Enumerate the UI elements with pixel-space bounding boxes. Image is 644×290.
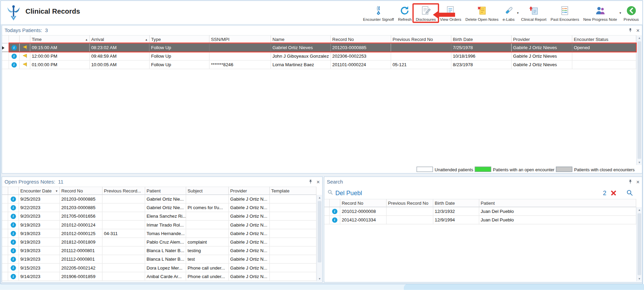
column-header-name[interactable]: Name (271, 35, 330, 43)
toolbar-button-e-labs[interactable]: e-Labs (501, 4, 517, 23)
info-icon[interactable]: i (11, 214, 16, 219)
column-header-previous-record[interactable]: Previous Record... (102, 187, 145, 195)
column-header-encounter-status[interactable]: Encounter Status (572, 35, 636, 43)
scrollbar-thumb[interactable] (638, 41, 641, 159)
column-header-ssn-mpi[interactable]: SSN/MPI (209, 35, 271, 43)
info-icon[interactable]: i (11, 248, 16, 253)
column-header-patient[interactable]: Patient (145, 187, 186, 195)
table-row[interactable]: i201012-000000812/3/1932Juan Del Pueblo (324, 207, 636, 216)
column-header-birth-date[interactable]: Birth Date (451, 35, 511, 43)
cell: Gabirle J Ortiz Nieves (511, 60, 572, 69)
column-header-provider[interactable]: Provider (228, 187, 269, 195)
toolbar-button-clinical-report[interactable]: Clinical Report (519, 4, 548, 23)
column-header-record-no[interactable]: Record No (59, 187, 102, 195)
scroll-up-icon[interactable]: ▲ (637, 35, 642, 41)
toolbar-button-refresh[interactable]: Refresh (396, 4, 414, 23)
pin-icon[interactable] (628, 178, 632, 186)
table-row[interactable]: i9/19/2023201012-0000124Irimar Tirado Ro… (2, 220, 316, 229)
cell: 202306-0002253 (330, 52, 390, 60)
scroll-up-icon[interactable]: ▲ (317, 195, 323, 200)
column-header-birth-date[interactable]: Birth Date (433, 199, 479, 207)
column-header-arrival[interactable]: Arrival▲ (90, 35, 149, 43)
pin-icon[interactable] (628, 27, 632, 34)
table-row[interactable]: i01:00:00 PM10:00:05 AMFollow Up*******8… (2, 60, 636, 69)
info-icon[interactable]: i (11, 222, 16, 228)
info-icon[interactable]: i (332, 217, 337, 223)
table-row[interactable]: i09:15:00 AM08:23:02 AMFollow UpGabriel … (2, 43, 636, 52)
table-row[interactable]: i9/22/2023201203-0000885Gabriel Ortiz Ni… (2, 203, 316, 212)
scroll-down-icon[interactable]: ▼ (637, 160, 642, 165)
table-row[interactable]: i9/19/2023201112-0000801Blanca L Nater B… (2, 246, 316, 255)
column-header-record-no[interactable]: Record No (340, 199, 386, 207)
info-icon[interactable]: i (332, 209, 337, 214)
scrollbar-thumb[interactable] (638, 213, 641, 275)
column-header-time[interactable]: Time▲ (30, 35, 90, 43)
close-icon[interactable]: × (316, 179, 320, 184)
table-row[interactable]: i9/19/2023201012-000012504-311Tomas Hern… (2, 229, 316, 237)
table-row[interactable]: i9/19/2023201112-0000801Blanca L Nater B… (2, 255, 316, 263)
cell: 04-311 (102, 229, 145, 237)
column-header-subject[interactable]: Subject (186, 187, 229, 195)
scroll-up-icon[interactable]: ▲ (637, 207, 642, 213)
cell (269, 246, 316, 255)
toolbar: Encounter SignoffRefreshDisclosuresView … (361, 2, 643, 23)
search-input[interactable]: Del Puebl (335, 189, 362, 196)
dropdown-caret-icon[interactable]: ▾ (619, 11, 621, 15)
cell (391, 43, 451, 52)
info-icon[interactable]: i (11, 265, 16, 271)
toolbar-button-label: Encounter Signoff (363, 17, 394, 21)
cell: 201906-0001859 (59, 272, 102, 280)
info-icon[interactable]: i (11, 54, 17, 59)
column-header-provider[interactable]: Provider (511, 35, 572, 43)
close-icon[interactable]: × (636, 28, 640, 33)
table-row[interactable]: i9/14/2023201906-0001859Anibal Carde Ar.… (2, 272, 316, 280)
column-header-encounter-date[interactable]: Encounter Date▼ (18, 187, 59, 195)
info-icon[interactable]: i (11, 205, 16, 211)
cell: 08:23:02 AM (90, 43, 149, 52)
toolbar-button-disclosures[interactable]: Disclosures (414, 4, 438, 23)
toolbar-button-previous[interactable]: Previous (621, 4, 641, 23)
cell (269, 203, 316, 212)
column-header-type[interactable]: Type (149, 35, 209, 43)
column-header-previous-record-no[interactable]: Previous Record No (386, 199, 433, 207)
column-header-template[interactable]: Template (269, 187, 316, 195)
run-search-icon[interactable] (627, 190, 633, 196)
cell: Blanca L Nater B... (145, 246, 186, 255)
info-icon[interactable]: i (11, 274, 16, 279)
vertical-scrollbar[interactable]: ▲ ▼ (636, 207, 642, 281)
table-row[interactable]: i12:00:00 PM09:48:59 AMFollow UpJohn J G… (2, 52, 636, 60)
clear-search-icon[interactable] (611, 190, 616, 195)
vertical-scrollbar[interactable]: ▲ ▼ (316, 195, 322, 281)
dropdown-caret-icon[interactable]: ▾ (517, 11, 519, 15)
info-icon[interactable]: i (11, 62, 17, 68)
table-row[interactable]: i9/20/2023201705-0001656Elena Sanchez Ri… (2, 212, 316, 220)
cell: 9/19/2023 (18, 246, 59, 255)
vertical-scrollbar[interactable]: ▲ ▼ (636, 35, 642, 165)
info-icon[interactable]: i (11, 197, 16, 202)
column-header-record-no[interactable]: Record No (330, 35, 390, 43)
toolbar-button-past-encounters[interactable]: Past Encounters (549, 4, 581, 23)
toolbar-button-view-orders[interactable]: View Orders (438, 4, 464, 23)
cell: 10:00:05 AM (90, 60, 149, 69)
scroll-down-icon[interactable]: ▼ (637, 276, 642, 281)
info-icon[interactable]: i (11, 257, 16, 262)
column-header-patient[interactable]: Patient (479, 199, 636, 207)
toolbar-button-delete-open-notes[interactable]: Delete Open Notes (463, 4, 501, 23)
info-icon[interactable]: i (11, 45, 17, 50)
table-row[interactable]: i9/15/2023202205-0002142Dora Lopez Mer..… (2, 263, 316, 272)
toolbar-button-new-progress-note[interactable]: New Progress Note (581, 4, 619, 23)
info-icon[interactable]: i (11, 240, 16, 245)
table-row[interactable]: i201412-000133412/9/1994Juan Del Pueblo (324, 216, 636, 224)
column-header-previous-record-no[interactable]: Previous Record No (391, 35, 451, 43)
cell: Pt comes for f/u... (186, 203, 229, 212)
search-result-count: 2 (603, 189, 606, 196)
scrollbar-thumb[interactable] (318, 201, 321, 262)
toolbar-button-encounter-signoff[interactable]: Encounter Signoff (361, 4, 396, 23)
cell (386, 216, 433, 224)
scroll-down-icon[interactable]: ▼ (317, 276, 323, 281)
table-row[interactable]: i9/19/2023201812-0001809Pablo Cruz Alem.… (2, 238, 316, 246)
info-icon[interactable]: i (11, 231, 16, 236)
close-icon[interactable]: × (636, 179, 640, 184)
table-row[interactable]: i9/25/2023201203-0000885Gabriel Ortiz Ni… (2, 195, 316, 203)
pin-icon[interactable] (308, 178, 313, 186)
